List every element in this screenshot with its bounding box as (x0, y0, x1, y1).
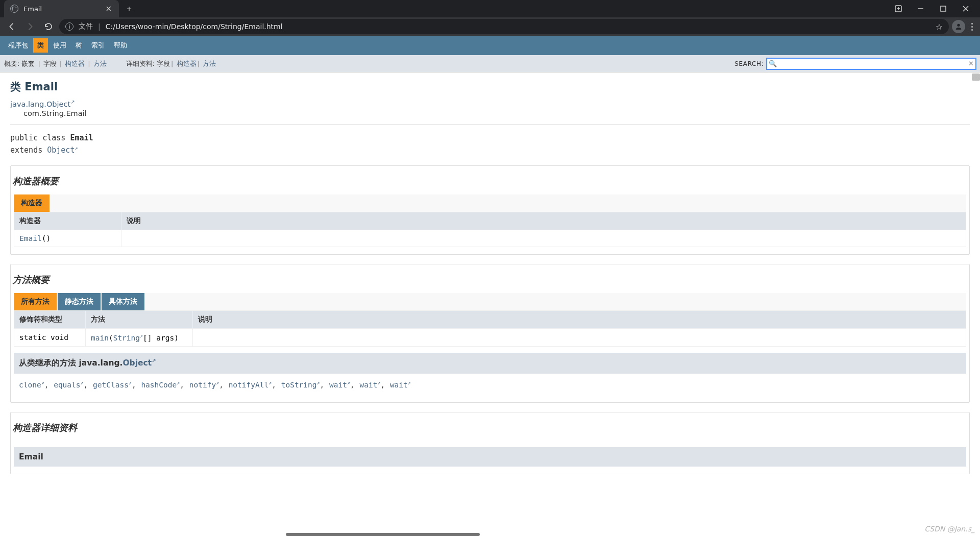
constructor-summary-heading: 构造器概要 (11, 175, 969, 194)
extends-link[interactable]: Object (47, 145, 75, 155)
inh-method[interactable]: clone (19, 381, 41, 389)
nav-class[interactable]: 类 (33, 38, 48, 53)
inh-method[interactable]: wait (359, 381, 377, 389)
summary-method[interactable]: 方法 (93, 59, 107, 68)
minimize-icon[interactable] (916, 4, 926, 14)
inh-method[interactable]: wait (329, 381, 347, 389)
summary-field: 字段 (43, 59, 57, 68)
url-scheme: 文件 (79, 22, 93, 31)
profile-avatar[interactable] (952, 20, 965, 33)
th-modifiers: 修饰符和类型 (14, 311, 86, 329)
browser-toolbar: i 文件 | C:/Users/woo-min/Desktop/com/Stri… (0, 17, 980, 36)
inh-method[interactable]: getClass (93, 381, 129, 389)
inherited-class-link[interactable]: Object (122, 358, 152, 368)
constructor-detail-section: 构造器详细资料 Email (10, 412, 970, 474)
th-method-desc: 说明 (193, 311, 966, 329)
search-icon: 🔍 (769, 60, 777, 67)
address-bar[interactable]: i 文件 | C:/Users/woo-min/Desktop/com/Stri… (59, 19, 949, 34)
inherited-heading: 从类继承的方法 java.lang.Object↗ (14, 353, 966, 374)
content-area: 类 Email java.lang.Object↗ com.String.Ema… (0, 72, 980, 536)
param-type-link[interactable]: String (113, 334, 140, 342)
detail-field: 字段 (157, 60, 170, 67)
inh-method[interactable]: wait (390, 381, 408, 389)
method-summary-table: 修饰符和类型 方法 说明 static void main(String↗[] … (14, 310, 966, 347)
back-button[interactable] (4, 19, 19, 34)
search-input[interactable] (767, 58, 976, 69)
inh-method[interactable]: equals (54, 381, 80, 389)
reload-button[interactable] (41, 19, 56, 34)
bookmark-icon[interactable]: ☆ (936, 22, 943, 32)
collections-icon[interactable] (893, 4, 903, 14)
nav-use[interactable]: 使用 (49, 38, 70, 53)
tab-all-methods[interactable]: 所有方法 (14, 293, 57, 310)
inh-method[interactable]: notify (189, 381, 216, 389)
nav-package[interactable]: 程序包 (4, 38, 32, 53)
horizontal-scrollbar[interactable] (286, 533, 480, 536)
browser-tab[interactable]: Email × (4, 0, 119, 17)
detail-label: 详细资料: (126, 60, 155, 67)
constructor-link[interactable]: Email (19, 234, 42, 242)
method-summary-section: 方法概要 所有方法 静态方法 具体方法 修饰符和类型 方法 说明 static … (10, 264, 970, 403)
constructor-tab[interactable]: 构造器 (14, 194, 50, 212)
inh-method[interactable]: hashCode (141, 381, 177, 389)
method-summary-heading: 方法概要 (11, 274, 969, 293)
tab-concrete-methods[interactable]: 具体方法 (102, 293, 144, 310)
class-declaration: public class Email extends Object↗ (10, 132, 970, 157)
th-constructor: 构造器 (14, 212, 121, 230)
summary-constructor[interactable]: 构造器 (65, 59, 85, 68)
constructor-summary-section: 构造器概要 构造器 构造器 说明 Email() (10, 165, 970, 255)
constructor-summary-table: 构造器 说明 Email() (14, 212, 966, 247)
class-full-name: com.String.Email (10, 109, 970, 117)
constructor-detail-heading: 构造器详细资料 (11, 422, 969, 441)
maximize-icon[interactable] (938, 4, 948, 14)
close-window-icon[interactable] (961, 4, 971, 14)
globe-icon (10, 5, 18, 13)
inheritance-tree: java.lang.Object↗ com.String.Email (10, 99, 970, 117)
table-row: static void main(String↗[] args) (14, 329, 966, 347)
tab-static-methods[interactable]: 静态方法 (58, 293, 101, 310)
svg-point-2 (957, 24, 960, 27)
browser-menu-icon[interactable] (968, 20, 976, 34)
constructor-detail-name: Email (14, 447, 966, 467)
th-method: 方法 (86, 311, 193, 329)
table-row: Email() (14, 230, 966, 247)
nav-tree[interactable]: 树 (71, 38, 86, 53)
detail-method[interactable]: 方法 (203, 60, 216, 67)
javadoc-subnav: 概要: 嵌套| 字段| 构造器| 方法 详细资料: 字段| 构造器| 方法 SE… (0, 55, 980, 72)
summary-nested: 嵌套 (21, 59, 35, 68)
new-tab-button[interactable]: ＋ (119, 0, 139, 18)
search-label: SEARCH: (734, 60, 764, 67)
summary-label: 概要: (4, 59, 19, 68)
detail-constructor[interactable]: 构造器 (177, 60, 197, 67)
th-desc: 说明 (121, 212, 966, 230)
javadoc-nav: 程序包 类 使用 树 索引 帮助 (0, 36, 980, 55)
browser-titlebar: Email × ＋ (0, 0, 980, 17)
scrollbar-thumb[interactable] (972, 74, 980, 81)
inh-method[interactable]: toString (281, 381, 317, 389)
page-title: 类 Email (10, 80, 970, 94)
tab-title: Email (23, 5, 103, 13)
superclass-link[interactable]: java.lang.Object (10, 100, 70, 108)
inherited-methods-block: 从类继承的方法 java.lang.Object↗ clone↗, equals… (14, 353, 966, 395)
method-link[interactable]: main (91, 334, 109, 342)
site-info-icon[interactable]: i (65, 22, 74, 31)
inh-method[interactable]: notifyAll (229, 381, 269, 389)
forward-button[interactable] (22, 19, 38, 34)
close-tab-icon[interactable]: × (103, 2, 114, 15)
nav-help[interactable]: 帮助 (110, 38, 131, 53)
nav-index[interactable]: 索引 (87, 38, 109, 53)
inherited-methods-list: clone↗, equals↗, getClass↗, hashCode↗, n… (14, 374, 966, 395)
external-link-icon: ↗ (70, 99, 75, 105)
clear-search-icon[interactable]: ✕ (968, 60, 974, 67)
url-text: C:/Users/woo-min/Desktop/com/String/Emai… (106, 22, 283, 31)
svg-rect-1 (941, 6, 946, 11)
